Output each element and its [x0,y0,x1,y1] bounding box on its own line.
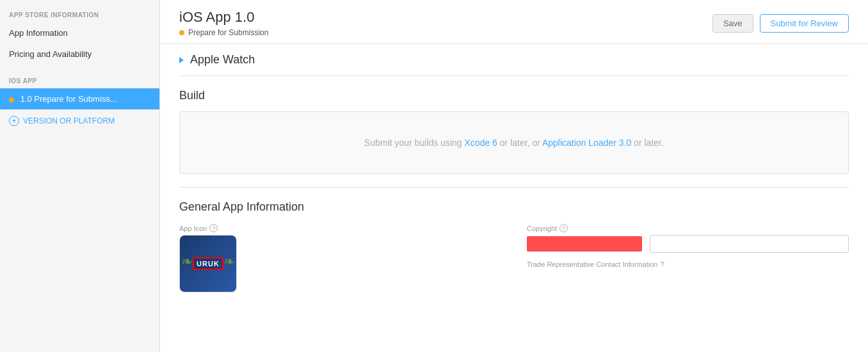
copyright-input-row [527,235,849,253]
sidebar-item-version[interactable]: 1.0 Prepare for Submiss... [0,88,159,109]
copyright-col: Copyright ? Trade Representative Contact… [527,224,849,292]
app-icon-placeholder: ❧ URUK ❧ [179,235,237,292]
app-icon-inner: ❧ URUK ❧ [180,236,236,292]
trade-rep-label: Trade Representative Contact Information [527,260,657,268]
build-title: Build [179,89,849,102]
main-content: iOS App 1.0 Prepare for Submission Save … [160,0,868,352]
apple-watch-section[interactable]: Apple Watch [179,44,849,76]
ios-app-section-label: iOS APP [0,71,159,88]
version-status-dot [9,97,14,102]
status-text: Prepare for Submission [188,28,268,37]
info-columns: App Icon ? ❧ URUK ❧ [179,224,849,292]
chevron-right-icon [179,57,184,63]
app-title: iOS App 1.0 [179,9,268,26]
app-icon-help-icon[interactable]: ? [209,224,218,232]
app-icon-label: App Icon [179,225,207,232]
sidebar-item-app-information[interactable]: App Information [0,22,159,44]
end-text: or later. [631,138,664,148]
sidebar: APP STORE INFORMATION App Information Pr… [0,0,160,352]
submit-review-button[interactable]: Submit for Review [760,14,849,33]
save-button[interactable]: Save [712,14,753,33]
content-body: Apple Watch Build Submit your builds usi… [160,44,868,324]
copyright-label: Copyright [527,225,557,232]
store-info-section-label: APP STORE INFORMATION [0,5,159,22]
status-row: Prepare for Submission [179,28,268,37]
redacted-copyright-bar [527,236,642,252]
app-information-label: App Information [9,28,68,38]
copyright-input[interactable] [650,235,849,253]
xcode-link[interactable]: Xcode 6 [465,138,497,148]
upload-text: Submit your builds using [364,138,464,148]
middle-text: or later, or [497,138,542,148]
apple-watch-title: Apple Watch [190,53,255,67]
add-version-label: VERSION OR PLATFORM [23,116,115,125]
sidebar-item-pricing[interactable]: Pricing and Availability [0,44,159,65]
general-info-title: General App Information [179,200,849,214]
trade-rep-help-icon[interactable]: ? [660,260,664,268]
app-loader-link[interactable]: Application Loader 3.0 [542,138,631,148]
header-right: Save Submit for Review [712,14,849,33]
header-left: iOS App 1.0 Prepare for Submission [179,9,268,37]
version-item-label: 1.0 Prepare for Submiss... [20,94,117,104]
trade-rep-label-row: Trade Representative Contact Information… [527,260,849,268]
copyright-help-icon[interactable]: ? [559,224,568,232]
general-info-section: General App Information App Icon ? ❧ [179,188,849,305]
pricing-label: Pricing and Availability [9,49,92,59]
build-section: Build Submit your builds using Xcode 6 o… [179,76,849,188]
status-dot [179,30,184,35]
copyright-label-row: Copyright ? [527,224,849,232]
app-icon-col: App Icon ? ❧ URUK ❧ [179,224,501,292]
add-circle-icon: + [9,116,19,126]
page-header: iOS App 1.0 Prepare for Submission Save … [160,0,868,44]
app-icon-label-row: App Icon ? [179,224,501,232]
add-version-button[interactable]: + VERSION OR PLATFORM [0,109,159,132]
uruk-text: URUK [193,257,223,270]
build-upload-area: Submit your builds using Xcode 6 or late… [179,111,849,174]
leaves-right-icon: ❧ [223,253,235,270]
leaves-left-icon: ❧ [181,253,193,270]
uruk-logo: URUK [193,257,223,270]
